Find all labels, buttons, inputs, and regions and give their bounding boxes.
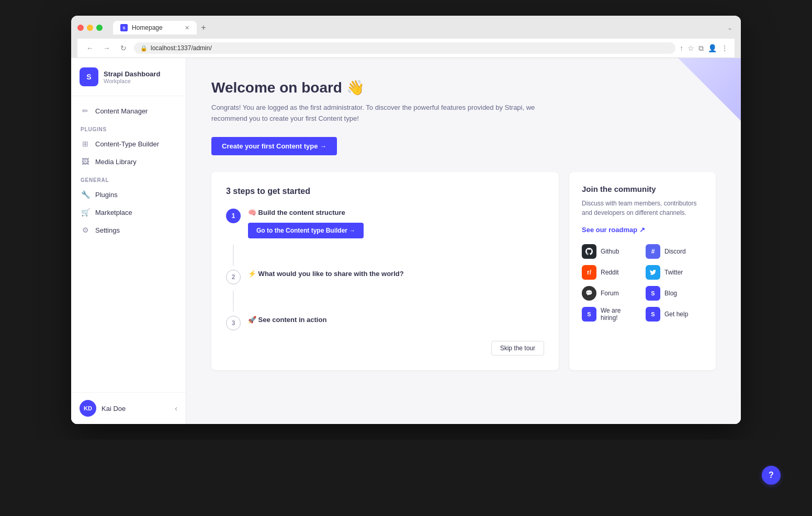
- sidebar-item-label: Media Library: [95, 158, 137, 166]
- sidebar-item-label: Content-Type Builder: [95, 140, 159, 148]
- brand-subtitle: Workplace: [104, 78, 160, 84]
- community-link-discord[interactable]: # Discord: [646, 244, 703, 259]
- step-2-number: 2: [226, 270, 241, 284]
- general-section-label: General: [75, 171, 182, 186]
- community-card: Join the community Discuss with team mem…: [569, 172, 716, 370]
- blog-icon: S: [646, 286, 660, 301]
- reddit-icon: r/: [582, 265, 596, 280]
- step-connector-2: [233, 291, 234, 312]
- blog-label: Blog: [664, 290, 677, 297]
- community-link-hiring[interactable]: S We are hiring!: [582, 307, 639, 322]
- user-name: Kai Doe: [102, 405, 170, 412]
- back-button[interactable]: ←: [84, 42, 96, 54]
- sidebar-nav: ✏ Content Manager Plugins ⊞ Content-Type…: [71, 96, 186, 392]
- brand-name: Strapi Dashboard: [104, 70, 160, 78]
- maximize-button[interactable]: [96, 25, 103, 31]
- step-3-label: 🚀 See content in action: [248, 316, 544, 324]
- traffic-lights: [77, 25, 103, 31]
- community-subtitle: Discuss with team members, contributors …: [582, 199, 703, 217]
- tab-favicon: S: [120, 24, 128, 31]
- sidebar-item-plugins[interactable]: 🔧 Plugins: [75, 186, 182, 203]
- community-title: Join the community: [582, 185, 703, 193]
- sidebar-user: KD Kai Doe ‹: [71, 392, 186, 424]
- bookmark-icon[interactable]: ☆: [687, 44, 694, 53]
- community-link-reddit[interactable]: r/ Reddit: [582, 265, 639, 280]
- discord-label: Discord: [664, 248, 686, 255]
- step-2: 2 ⚡ What would you like to share with th…: [226, 270, 544, 284]
- sidebar: S Strapi Dashboard Workplace ✏ Content M…: [71, 58, 186, 424]
- step-3-number: 3: [226, 316, 241, 330]
- community-links: Github # Discord r/ Reddit: [582, 244, 703, 322]
- community-link-blog[interactable]: S Blog: [646, 286, 703, 301]
- brand-text: Strapi Dashboard Workplace: [104, 70, 160, 84]
- new-tab-button[interactable]: +: [197, 21, 210, 35]
- tab-overview-icon[interactable]: ⧉: [698, 44, 704, 53]
- minimize-button[interactable]: [87, 25, 93, 31]
- welcome-title: Welcome on board 👋: [211, 79, 716, 96]
- reddit-label: Reddit: [601, 269, 619, 276]
- forward-button[interactable]: →: [100, 42, 113, 54]
- close-button[interactable]: [77, 25, 84, 31]
- sidebar-item-content-type-builder[interactable]: ⊞ Content-Type Builder: [75, 135, 182, 152]
- browser-chrome: S Homepage ✕ + ⌄ ← → ↻ 🔒 localhost:1337/…: [71, 16, 741, 58]
- lock-icon: 🔒: [140, 45, 148, 52]
- cards-row: 3 steps to get started 1 🧠 Build the con…: [211, 172, 716, 370]
- browser-window: S Homepage ✕ + ⌄ ← → ↻ 🔒 localhost:1337/…: [71, 16, 741, 424]
- media-library-icon: 🖼: [81, 157, 90, 166]
- reload-button[interactable]: ↻: [117, 42, 130, 54]
- step-1: 1 🧠 Build the content structure Go to th…: [226, 209, 544, 238]
- sidebar-item-content-manager[interactable]: ✏ Content Manager: [75, 102, 182, 119]
- brand-icon: S: [80, 67, 98, 86]
- github-label: Github: [601, 248, 619, 255]
- step-connector-1: [233, 245, 234, 266]
- create-content-type-button[interactable]: Create your first Content type →: [211, 137, 337, 155]
- address-bar[interactable]: 🔒 localhost:1337/admin/: [134, 42, 675, 54]
- community-link-help[interactable]: S Get help: [646, 307, 703, 322]
- app-layout: S Strapi Dashboard Workplace ✏ Content M…: [71, 58, 741, 424]
- collapse-sidebar-button[interactable]: ‹: [175, 404, 177, 412]
- content-type-builder-icon: ⊞: [81, 140, 90, 148]
- help-label: Get help: [664, 311, 688, 318]
- sidebar-item-label: Content Manager: [95, 107, 148, 115]
- step-2-label: ⚡ What would you like to share with the …: [248, 270, 544, 278]
- browser-tabs: S Homepage ✕ +: [113, 21, 723, 35]
- community-link-twitter[interactable]: Twitter: [646, 265, 703, 280]
- active-tab[interactable]: S Homepage ✕: [113, 21, 197, 35]
- sidebar-item-media-library[interactable]: 🖼 Media Library: [75, 153, 182, 170]
- tab-title: Homepage: [132, 24, 163, 31]
- settings-icon: ⚙: [81, 226, 90, 234]
- content-manager-icon: ✏: [81, 107, 90, 115]
- step-1-content: 🧠 Build the content structure Go to the …: [248, 209, 544, 238]
- step-3-content: 🚀 See content in action: [248, 316, 544, 330]
- steps-title: 3 steps to get started: [226, 187, 544, 196]
- share-icon[interactable]: ↑: [680, 44, 683, 53]
- community-link-github[interactable]: Github: [582, 244, 639, 259]
- browser-actions: ↑ ☆ ⧉ 👤 ⋮: [680, 44, 728, 53]
- sidebar-item-label: Plugins: [95, 191, 118, 199]
- roadmap-link[interactable]: See our roadmap ↗: [582, 226, 645, 234]
- forum-label: Forum: [601, 290, 619, 297]
- discord-icon: #: [646, 244, 660, 259]
- avatar: KD: [80, 400, 96, 417]
- step-1-label: 🧠 Build the content structure: [248, 209, 544, 216]
- welcome-subtitle: Congrats! You are logged as the first ad…: [211, 102, 536, 124]
- step-2-content: ⚡ What would you like to share with the …: [248, 270, 544, 284]
- sidebar-item-settings[interactable]: ⚙ Settings: [75, 222, 182, 238]
- menu-icon[interactable]: ⋮: [721, 44, 728, 53]
- forum-icon: 💬: [582, 286, 596, 301]
- skip-row: Skip the tour: [226, 341, 544, 356]
- sidebar-item-marketplace[interactable]: 🛒 Marketplace: [75, 204, 182, 221]
- tab-close-icon[interactable]: ✕: [185, 25, 189, 31]
- community-link-forum[interactable]: 💬 Forum: [582, 286, 639, 301]
- window-controls: ⌄: [727, 24, 735, 31]
- twitter-icon: [646, 265, 660, 280]
- steps-card: 3 steps to get started 1 🧠 Build the con…: [211, 172, 559, 370]
- help-icon: S: [646, 307, 660, 322]
- marketplace-icon: 🛒: [81, 208, 90, 216]
- profile-icon[interactable]: 👤: [708, 44, 717, 53]
- twitter-label: Twitter: [664, 269, 683, 276]
- browser-toolbar: ← → ↻ 🔒 localhost:1337/admin/ ↑ ☆ ⧉ 👤 ⋮: [77, 39, 735, 58]
- go-to-content-type-builder-button[interactable]: Go to the Content type Builder →: [248, 223, 364, 238]
- hiring-icon: S: [582, 307, 596, 322]
- skip-tour-button[interactable]: Skip the tour: [491, 341, 544, 356]
